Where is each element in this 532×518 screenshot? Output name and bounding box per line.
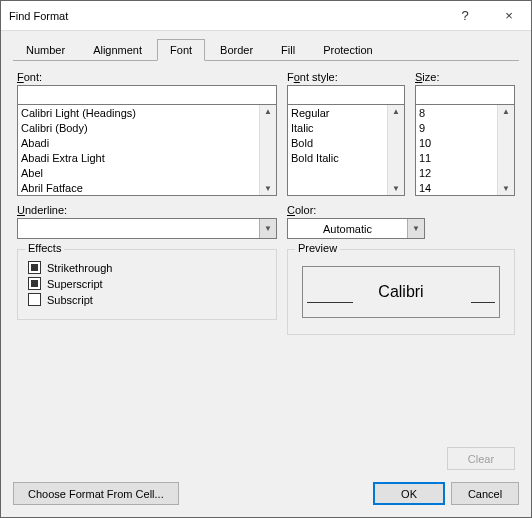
preview-line bbox=[307, 302, 353, 303]
clear-button[interactable]: Clear bbox=[447, 447, 515, 470]
superscript-checkbox[interactable]: Superscript bbox=[28, 277, 266, 290]
tab-font[interactable]: Font bbox=[157, 39, 205, 61]
tab-alignment[interactable]: Alignment bbox=[80, 39, 155, 61]
font-input[interactable] bbox=[17, 85, 277, 105]
effects-group: Effects Strikethrough Superscript Subscr… bbox=[17, 249, 277, 320]
window-title: Find Format bbox=[9, 10, 443, 22]
underline-combo[interactable]: ▼ bbox=[17, 218, 277, 239]
help-button[interactable]: ? bbox=[443, 1, 487, 31]
choose-format-button[interactable]: Choose Format From Cell... bbox=[13, 482, 179, 505]
fontstyle-option[interactable]: Italic bbox=[291, 121, 401, 136]
scroll-up-icon[interactable]: ▲ bbox=[390, 105, 402, 118]
checkbox-icon bbox=[28, 277, 41, 290]
font-option[interactable]: Abel bbox=[21, 166, 273, 181]
tab-fill[interactable]: Fill bbox=[268, 39, 308, 61]
font-label: Font: bbox=[17, 71, 277, 83]
effects-legend: Effects bbox=[25, 242, 64, 254]
scroll-up-icon[interactable]: ▲ bbox=[262, 105, 274, 118]
strikethrough-checkbox[interactable]: Strikethrough bbox=[28, 261, 266, 274]
font-option[interactable]: Abadi bbox=[21, 136, 273, 151]
fontstyle-listbox[interactable]: Regular Italic Bold Bold Italic ▲▼ bbox=[287, 104, 405, 196]
fontstyle-label: Font style: bbox=[287, 71, 405, 83]
color-combo[interactable]: Automatic ▼ bbox=[287, 218, 425, 239]
font-option[interactable]: Abril Fatface bbox=[21, 181, 273, 196]
chevron-down-icon[interactable]: ▼ bbox=[407, 219, 424, 238]
font-listbox[interactable]: Calibri Light (Headings) Calibri (Body) … bbox=[17, 104, 277, 196]
fontstyle-option[interactable]: Regular bbox=[291, 106, 401, 121]
scroll-down-icon[interactable]: ▼ bbox=[262, 182, 274, 195]
fontstyle-option[interactable]: Bold bbox=[291, 136, 401, 151]
font-option[interactable]: Calibri Light (Headings) bbox=[21, 106, 273, 121]
checkbox-label: Subscript bbox=[47, 294, 93, 306]
fontstyle-input[interactable] bbox=[287, 85, 405, 105]
close-button[interactable]: × bbox=[487, 1, 531, 31]
title-bar: Find Format ? × bbox=[1, 1, 531, 31]
scrollbar[interactable]: ▲▼ bbox=[259, 105, 276, 195]
font-option[interactable]: Abadi Extra Light bbox=[21, 151, 273, 166]
subscript-checkbox[interactable]: Subscript bbox=[28, 293, 266, 306]
scroll-down-icon[interactable]: ▼ bbox=[500, 182, 512, 195]
color-label: Color: bbox=[287, 204, 425, 216]
preview-group: Preview Calibri bbox=[287, 249, 515, 335]
fontstyle-option[interactable]: Bold Italic bbox=[291, 151, 401, 166]
scroll-down-icon[interactable]: ▼ bbox=[390, 182, 402, 195]
preview-legend: Preview bbox=[295, 242, 340, 254]
tab-strip: Number Alignment Font Border Fill Protec… bbox=[1, 31, 531, 61]
chevron-down-icon[interactable]: ▼ bbox=[259, 219, 276, 238]
scrollbar[interactable]: ▲▼ bbox=[497, 105, 514, 195]
checkbox-label: Strikethrough bbox=[47, 262, 112, 274]
tab-underline bbox=[13, 60, 519, 61]
tab-border[interactable]: Border bbox=[207, 39, 266, 61]
underline-label: Underline: bbox=[17, 204, 277, 216]
checkbox-label: Superscript bbox=[47, 278, 103, 290]
size-label: Size: bbox=[415, 71, 515, 83]
preview-box: Calibri bbox=[302, 266, 500, 318]
size-input[interactable] bbox=[415, 85, 515, 105]
size-listbox[interactable]: 8 9 10 11 12 14 ▲▼ bbox=[415, 104, 515, 196]
font-option[interactable]: Calibri (Body) bbox=[21, 121, 273, 136]
tab-number[interactable]: Number bbox=[13, 39, 78, 61]
preview-text: Calibri bbox=[378, 283, 423, 301]
scrollbar[interactable]: ▲▼ bbox=[387, 105, 404, 195]
preview-line bbox=[471, 302, 495, 303]
button-bar: Choose Format From Cell... OK Cancel bbox=[1, 474, 531, 517]
ok-button[interactable]: OK bbox=[373, 482, 445, 505]
scroll-up-icon[interactable]: ▲ bbox=[500, 105, 512, 118]
checkbox-icon bbox=[28, 293, 41, 306]
color-value: Automatic bbox=[288, 223, 407, 235]
cancel-button[interactable]: Cancel bbox=[451, 482, 519, 505]
checkbox-icon bbox=[28, 261, 41, 274]
tab-protection[interactable]: Protection bbox=[310, 39, 386, 61]
tab-content: Font: Calibri Light (Headings) Calibri (… bbox=[1, 61, 531, 447]
